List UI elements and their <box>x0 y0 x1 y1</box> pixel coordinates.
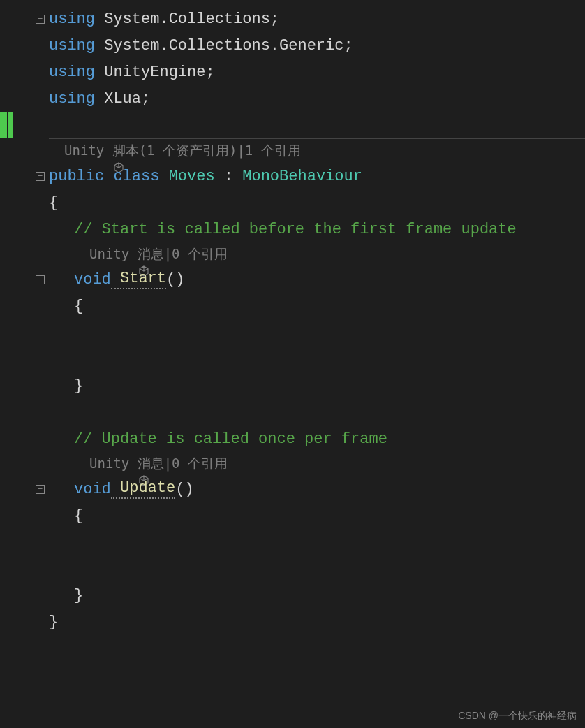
brace: } <box>74 377 83 395</box>
keyword: using <box>49 64 95 81</box>
comment: // Start is called before the first fram… <box>74 221 517 238</box>
code-line[interactable] <box>0 555 585 582</box>
code-line[interactable] <box>0 112 585 138</box>
brace: { <box>74 507 83 525</box>
change-indicator <box>8 112 13 138</box>
namespace: UnityEngine; <box>95 64 215 81</box>
cube-icon <box>49 145 60 156</box>
fold-minus-icon[interactable]: − <box>36 172 45 181</box>
codelens-line[interactable]: Unity 消息|0 个引用 <box>0 242 585 266</box>
code-line[interactable]: { <box>0 189 585 216</box>
keyword: using <box>49 90 95 108</box>
base-class: MonoBehaviour <box>242 168 362 185</box>
brace: { <box>49 194 58 212</box>
namespace: XLua; <box>95 90 150 108</box>
code-line[interactable]: // Update is called once per frame <box>0 425 585 452</box>
keyword: class <box>104 168 159 185</box>
code-line[interactable] <box>0 399 585 425</box>
codelens-line[interactable]: Unity 消息|0 个引用 <box>0 452 585 476</box>
fold-minus-icon[interactable]: − <box>36 275 45 284</box>
code-line[interactable] <box>0 346 585 372</box>
keyword: using <box>49 10 95 28</box>
code-line[interactable] <box>0 319 585 346</box>
brace: } <box>74 587 83 604</box>
parens: () <box>166 271 184 289</box>
code-line[interactable]: using System.Collections.Generic; <box>0 32 585 59</box>
code-line[interactable]: − void Start() <box>0 266 585 293</box>
colon: : <box>215 168 243 185</box>
cube-icon <box>74 458 85 469</box>
cursor-indicator <box>0 112 7 138</box>
namespace: System.Collections; <box>95 10 279 28</box>
fold-minus-icon[interactable]: − <box>36 485 45 494</box>
namespace: System.Collections.Generic; <box>95 37 353 54</box>
cube-icon <box>74 249 85 260</box>
keyword: using <box>49 37 95 54</box>
method-name: Start <box>111 270 166 289</box>
class-name: Moves <box>159 168 214 185</box>
keyword: void <box>74 481 111 498</box>
code-line[interactable]: { <box>0 502 585 529</box>
fold-minus-icon[interactable]: − <box>36 15 45 24</box>
brace: { <box>74 298 83 315</box>
code-line[interactable]: − using System.Collections; <box>0 6 585 32</box>
code-line[interactable]: } <box>0 372 585 399</box>
code-line[interactable]: // Start is called before the first fram… <box>0 216 585 242</box>
codelens-text[interactable]: Unity 消息|0 个引用 <box>89 455 228 473</box>
code-line[interactable]: { <box>0 293 585 319</box>
code-line[interactable]: } <box>0 609 585 635</box>
code-line[interactable]: − void Update() <box>0 476 585 502</box>
keyword: public <box>49 168 104 185</box>
code-line[interactable] <box>0 529 585 555</box>
watermark: CSDN @一个快乐的神经病 <box>458 710 577 722</box>
parens: () <box>175 481 193 498</box>
code-line[interactable]: − public class Moves : MonoBehaviour <box>0 163 585 189</box>
codelens-line[interactable]: Unity 脚本(1 个资产引用)|1 个引用 <box>0 139 585 163</box>
keyword: void <box>74 271 111 289</box>
comment: // Update is called once per frame <box>74 430 387 448</box>
brace: } <box>49 613 58 631</box>
code-line[interactable]: using UnityEngine; <box>0 59 585 85</box>
code-editor[interactable]: − using System.Collections; using System… <box>0 0 585 635</box>
codelens-text[interactable]: Unity 脚本(1 个资产引用)|1 个引用 <box>64 142 301 160</box>
code-line[interactable]: } <box>0 582 585 609</box>
method-name: Update <box>111 479 175 499</box>
codelens-text[interactable]: Unity 消息|0 个引用 <box>89 245 228 263</box>
code-line[interactable]: using XLua; <box>0 85 585 112</box>
